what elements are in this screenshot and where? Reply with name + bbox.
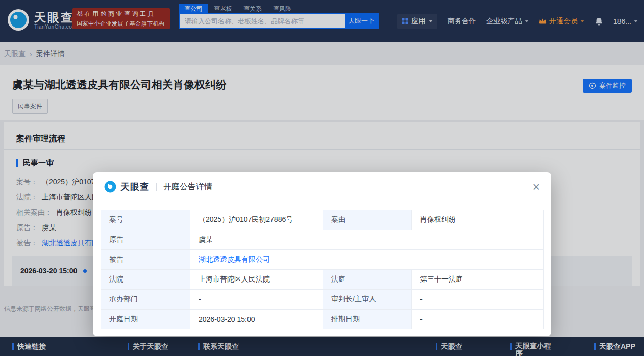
hearing-detail-table: 案号 （2025）沪0107民初27886号 案由 肖像权纠纷 原告 虞某 被告… <box>101 210 543 329</box>
table-value-defendant-link[interactable]: 湖北透透皮具有限公司 <box>190 250 544 270</box>
table-value-court: 上海市普陀区人民法院 <box>190 270 323 290</box>
table-value-courtroom: 第三十一法庭 <box>412 270 544 290</box>
table-label-courtroom: 法庭 <box>323 270 412 290</box>
table-label-hearing-date: 开庭日期 <box>101 310 190 329</box>
table-value-judge: - <box>412 290 544 310</box>
table-label-cause: 案由 <box>323 210 412 230</box>
table-label-case-number: 案号 <box>101 210 190 230</box>
table-label-defendant: 被告 <box>101 250 190 270</box>
modal-brand: 天眼查 <box>120 181 150 193</box>
table-value-department: - <box>190 290 323 310</box>
table-value-case-number: （2025）沪0107民初27886号 <box>190 210 323 230</box>
table-label-court: 法院 <box>101 270 190 290</box>
table-value-schedule-date: - <box>412 310 544 329</box>
table-value-plaintiff: 虞某 <box>190 230 544 250</box>
table-label-schedule-date: 排期日期 <box>323 310 412 329</box>
table-label-plaintiff: 原告 <box>101 230 190 250</box>
tianyancha-eye-logo-icon <box>104 181 116 193</box>
table-label-judge: 审判长/主审人 <box>323 290 412 310</box>
modal-header: 天眼查 开庭公告详情 × <box>93 172 551 201</box>
table-value-hearing-date: 2026-03-20 15:00 <box>190 310 323 329</box>
divider <box>156 183 157 191</box>
modal-close-button[interactable]: × <box>532 181 540 193</box>
modal-title: 开庭公告详情 <box>163 182 212 192</box>
table-label-department: 承办部门 <box>101 290 190 310</box>
table-value-cause: 肖像权纠纷 <box>412 210 544 230</box>
hearing-announcement-modal: 天眼查 开庭公告详情 × 案号 （2025）沪0107民初27886号 案由 肖… <box>93 172 551 336</box>
